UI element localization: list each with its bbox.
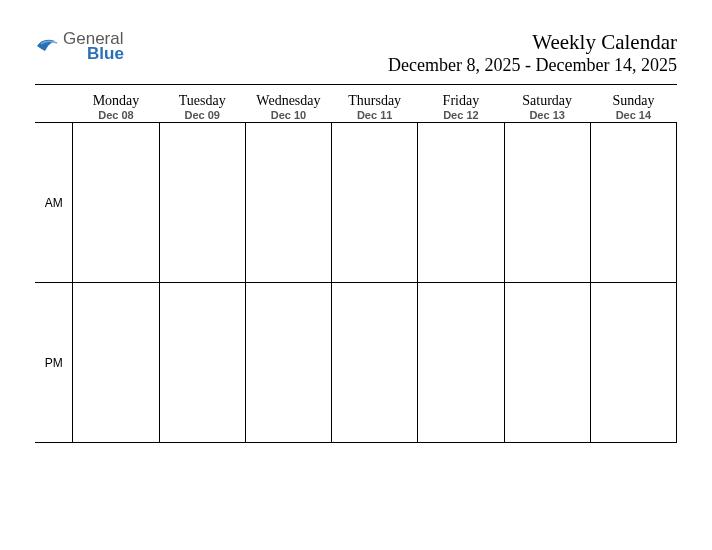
logo-swoosh-icon [35, 33, 61, 59]
day-header-wednesday: Wednesday Dec 10 [245, 91, 331, 123]
day-date: Dec 09 [159, 109, 245, 121]
calendar-cell [159, 283, 245, 443]
day-date: Dec 10 [245, 109, 331, 121]
day-header-friday: Friday Dec 12 [418, 91, 504, 123]
calendar-cell [590, 283, 676, 443]
calendar-cell [73, 123, 159, 283]
page-title: Weekly Calendar [388, 30, 677, 55]
day-header-monday: Monday Dec 08 [73, 91, 159, 123]
calendar-cell [159, 123, 245, 283]
day-date: Dec 13 [504, 109, 590, 121]
date-range: December 8, 2025 - December 14, 2025 [388, 55, 677, 76]
day-name: Thursday [332, 93, 418, 109]
calendar-header-row: Monday Dec 08 Tuesday Dec 09 Wednesday D… [35, 91, 677, 123]
title-block: Weekly Calendar December 8, 2025 - Decem… [388, 30, 677, 76]
calendar-cell [590, 123, 676, 283]
day-date: Dec 11 [332, 109, 418, 121]
calendar-grid: Monday Dec 08 Tuesday Dec 09 Wednesday D… [35, 91, 677, 443]
header: General Blue Weekly Calendar December 8,… [35, 30, 677, 76]
day-name: Monday [73, 93, 159, 109]
day-header-sunday: Sunday Dec 14 [590, 91, 676, 123]
period-label-pm: PM [35, 283, 73, 443]
calendar-cell [73, 283, 159, 443]
day-name: Wednesday [245, 93, 331, 109]
calendar-cell [504, 283, 590, 443]
day-name: Sunday [590, 93, 676, 109]
calendar-cell [418, 283, 504, 443]
logo-text-blue: Blue [87, 45, 124, 62]
day-header-tuesday: Tuesday Dec 09 [159, 91, 245, 123]
calendar-cell [332, 123, 418, 283]
day-name: Friday [418, 93, 504, 109]
calendar-row-am: AM [35, 123, 677, 283]
calendar-cell [245, 283, 331, 443]
day-name: Saturday [504, 93, 590, 109]
day-name: Tuesday [159, 93, 245, 109]
day-date: Dec 08 [73, 109, 159, 121]
calendar-cell [332, 283, 418, 443]
calendar-row-pm: PM [35, 283, 677, 443]
day-header-thursday: Thursday Dec 11 [332, 91, 418, 123]
calendar-cell [245, 123, 331, 283]
header-divider [35, 84, 677, 85]
logo-text: General Blue [63, 30, 124, 62]
day-date: Dec 12 [418, 109, 504, 121]
calendar-cell [504, 123, 590, 283]
period-label-am: AM [35, 123, 73, 283]
label-column-header [35, 91, 73, 123]
logo: General Blue [35, 30, 124, 62]
calendar-cell [418, 123, 504, 283]
day-date: Dec 14 [590, 109, 676, 121]
day-header-saturday: Saturday Dec 13 [504, 91, 590, 123]
